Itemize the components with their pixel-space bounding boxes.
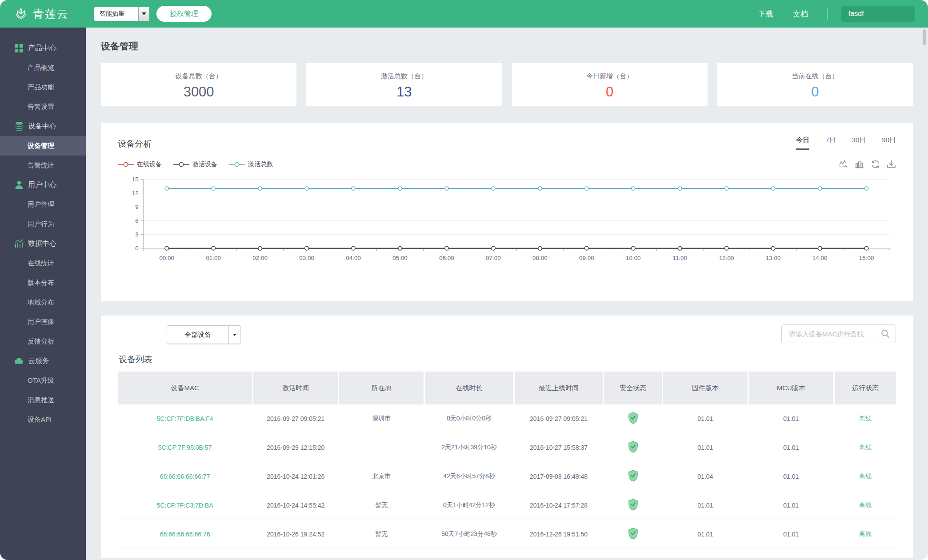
security-status-cell [604, 520, 662, 548]
device-mac-link[interactable]: 5C:CF:7F:DB:BA:F4 [118, 404, 252, 433]
svg-text:15:00: 15:00 [859, 255, 874, 261]
download-link[interactable]: 下载 [758, 9, 773, 19]
sidebar-item[interactable]: 云服务 [0, 351, 86, 371]
cloud-icon [14, 356, 24, 366]
sidebar-item[interactable]: 设备中心 [0, 116, 86, 136]
svg-text:12:00: 12:00 [719, 255, 734, 261]
scrollbar-thumb[interactable] [923, 29, 926, 45]
device-mac-link[interactable]: 5C:CF:7F:95:0B:57 [118, 433, 252, 462]
stat-value: 0 [512, 84, 708, 100]
table-row[interactable]: 66:66:66:66:66:762016-10-26 19:24:52暂无50… [118, 520, 896, 549]
search-icon[interactable] [880, 329, 890, 339]
sidebar-item-label: 用户行为 [28, 220, 54, 228]
sidebar-item[interactable]: 设备API [0, 410, 86, 429]
svg-text:07:00: 07:00 [486, 255, 501, 261]
sidebar-item[interactable]: 告警统计 [0, 156, 86, 175]
sidebar-item-label: 用户中心 [28, 180, 56, 190]
stat-card: 激活总数（台） 13 [306, 63, 502, 106]
divider [828, 8, 828, 20]
sidebar-item[interactable]: 在线统计 [0, 253, 86, 273]
docs-link[interactable]: 文档 [793, 9, 808, 19]
duration-cell: 0天1小时42分12秒 [425, 491, 513, 520]
sidebar-item-label: 地域分布 [28, 298, 54, 307]
product-select[interactable]: 智能插座 [94, 7, 149, 21]
sidebar-item[interactable]: 版本分布 [0, 273, 86, 292]
svg-text:3: 3 [135, 231, 138, 238]
table-row[interactable]: 5C:CF:7F:95:0B:572016-09-29 12:15:202天21… [118, 433, 896, 462]
sidebar-item[interactable]: 告警设置 [0, 97, 86, 116]
line-chart[interactable]: 0369121500:0001:0002:0003:0004:0005:0006… [118, 172, 896, 273]
analysis-title: 设备分析 [118, 138, 152, 150]
time-range-tab[interactable]: 7日 [825, 136, 836, 150]
brand-logo[interactable]: 青莲云 [13, 6, 69, 21]
device-mac-link[interactable]: 5C:CF:7F:C3:7D:BA [118, 491, 252, 520]
location-cell: 暂无 [339, 491, 424, 520]
sidebar-item[interactable]: 数据中心 [0, 234, 86, 253]
secure-shield-icon [628, 412, 638, 425]
stat-card: 今日新增（台） 0 [512, 63, 708, 106]
sidebar-item[interactable]: 消息推送 [0, 390, 86, 410]
authorization-management-button[interactable]: 授权管理 [156, 6, 212, 22]
sidebar-item-label: 设备中心 [28, 122, 56, 131]
mcu-cell: 01.01 [749, 491, 833, 520]
device-mac-link[interactable]: 66:66:66:66:66:77 [118, 462, 252, 491]
line-chart-icon[interactable] [839, 160, 848, 169]
table-row[interactable]: 66:66:66:66:66:772016-10-24 12:01:26北京市4… [118, 462, 896, 491]
legend-item[interactable]: 激活设备 [173, 160, 217, 168]
last_online-cell: 2016-09-27 09:05:21 [515, 404, 603, 433]
download-icon[interactable] [887, 160, 896, 169]
stat-card: 设备总数（台） 3000 [101, 63, 296, 106]
mac-search-input[interactable] [782, 330, 880, 338]
firmware-cell: 01.01 [663, 433, 748, 462]
time-range-tab[interactable]: 30日 [852, 136, 866, 150]
chevron-down-icon[interactable] [228, 326, 240, 344]
svg-text:06:00: 06:00 [439, 255, 454, 261]
svg-text:05:00: 05:00 [392, 255, 408, 261]
legend-item[interactable]: 在线设备 [118, 160, 162, 168]
device-filter-select[interactable]: 全部设备 [167, 325, 240, 344]
sidebar-item[interactable]: 反馈分析 [0, 332, 86, 351]
sidebar-item[interactable]: 设备管理 [0, 136, 86, 156]
table-row[interactable]: 5C:CF:7F:DB:BA:F42016-09-27 09:05:21深圳市0… [118, 404, 896, 433]
device-table-header: 设备MAC激活时间所在地在线时长最近上线时间安全状态固件版本MCU版本运行状态 [118, 372, 896, 404]
time-range-tabs: 今日7日30日90日 [796, 136, 896, 150]
time-range-tab[interactable]: 90日 [882, 136, 896, 150]
chevron-down-icon[interactable] [138, 7, 149, 21]
main-content: 设备管理 设备总数（台） 3000激活总数（台） 13今日新增（台） 0当前在线… [86, 28, 928, 560]
sidebar-item-label: 消息推送 [28, 396, 54, 404]
sidebar-item[interactable]: 产品概览 [0, 58, 86, 77]
stat-value: 13 [306, 84, 502, 100]
sidebar-item[interactable]: 用户管理 [0, 195, 86, 214]
firmware-cell: 01.01 [663, 520, 748, 548]
table-row[interactable]: 5C:CF:7F:C3:7D:BA2016-10-24 14:55:42暂无0天… [118, 491, 896, 520]
sidebar-item[interactable]: OTA升级 [0, 371, 86, 390]
time-range-tab[interactable]: 今日 [796, 136, 809, 150]
column-header: 最近上线时间 [515, 372, 603, 404]
location-cell [339, 433, 424, 462]
svg-text:15: 15 [132, 176, 139, 183]
activated-cell: 2016-09-29 12:15:20 [253, 433, 338, 462]
secure-shield-icon [628, 499, 638, 512]
sidebar-item[interactable]: 用户行为 [0, 214, 86, 234]
sidebar-item[interactable]: 产品中心 [0, 38, 86, 58]
device-mac-link[interactable]: 66:66:66:66:66:76 [118, 520, 252, 548]
stat-label: 今日新增（台） [512, 72, 708, 80]
column-header: 设备MAC [118, 372, 252, 404]
svg-text:9: 9 [135, 204, 138, 210]
sidebar-item[interactable]: 地域分布 [0, 292, 86, 312]
sidebar-item-label: 数据中心 [28, 239, 56, 248]
sidebar-item[interactable]: 用户画像 [0, 312, 86, 332]
sidebar-item[interactable]: 产品功能 [0, 77, 86, 97]
mcu-cell: 01.01 [749, 404, 833, 433]
bar-chart-icon[interactable] [855, 160, 864, 169]
duration-cell: 0天0小时0分0秒 [425, 404, 513, 433]
mcu-cell: 01.01 [749, 520, 833, 548]
user-icon [14, 180, 24, 190]
sidebar-item[interactable]: 用户中心 [0, 175, 86, 195]
legend-marker-icon [229, 162, 245, 167]
refresh-icon[interactable] [871, 160, 880, 169]
legend-item[interactable]: 激活总数 [229, 160, 273, 168]
sidebar-item-label: 在线统计 [28, 259, 54, 268]
svg-text:02:00: 02:00 [252, 255, 268, 261]
user-menu[interactable]: fasdf [841, 6, 915, 22]
